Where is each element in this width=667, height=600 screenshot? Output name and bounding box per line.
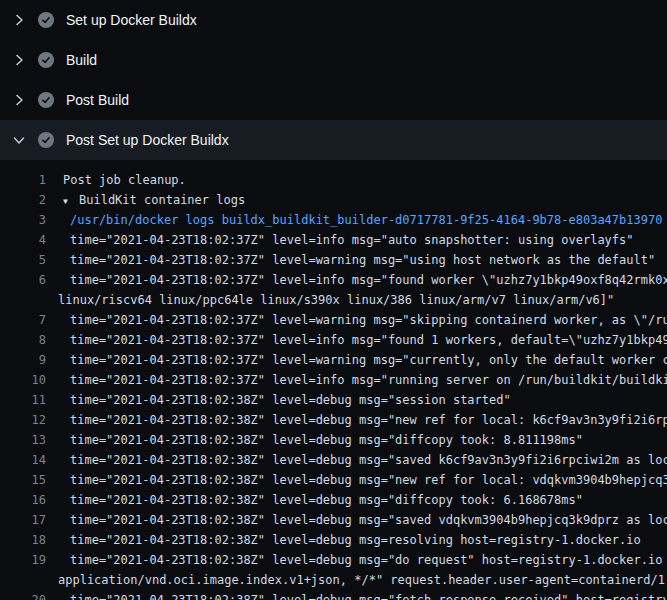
check-circle-icon [38, 12, 54, 28]
log-line-number[interactable]: 6 [0, 270, 46, 290]
log-line-text: ▼BuildKit container logs [46, 190, 245, 210]
step-title: Post Set up Docker Buildx [66, 130, 229, 150]
log-line: 10 time="2021-04-23T18:02:37Z" level=inf… [0, 370, 667, 390]
log-line-number[interactable]: 10 [0, 370, 46, 390]
log-line: 20 time="2021-04-23T18:02:38Z" level=deb… [0, 590, 667, 600]
log-line-number[interactable]: 18 [0, 530, 46, 550]
log-line-number[interactable]: 20 [0, 590, 46, 600]
log-line: 9 time="2021-04-23T18:02:37Z" level=warn… [0, 350, 667, 370]
log-line-text: linux/riscv64 linux/ppc64le linux/s390x … [46, 290, 614, 310]
log-line-text: /usr/bin/docker logs buildx_buildkit_bui… [46, 210, 662, 230]
log-line: linux/riscv64 linux/ppc64le linux/s390x … [0, 290, 667, 310]
log-line: 18 time="2021-04-23T18:02:38Z" level=deb… [0, 530, 667, 550]
log-line-text: time="2021-04-23T18:02:38Z" level=debug … [46, 530, 641, 550]
step-header[interactable]: Post Set up Docker Buildx [0, 120, 667, 160]
step-title: Post Build [66, 90, 129, 110]
log-line: 4 time="2021-04-23T18:02:37Z" level=info… [0, 230, 667, 250]
log-line-number[interactable]: 16 [0, 490, 46, 510]
log-line-number[interactable]: 12 [0, 410, 46, 430]
log-line: 12 time="2021-04-23T18:02:38Z" level=deb… [0, 410, 667, 430]
log-line-number[interactable]: 9 [0, 350, 46, 370]
log-line: 7 time="2021-04-23T18:02:37Z" level=warn… [0, 310, 667, 330]
log-line-number[interactable] [0, 570, 46, 590]
log-line: 8 time="2021-04-23T18:02:37Z" level=info… [0, 330, 667, 350]
step-header[interactable]: Build [0, 40, 667, 80]
check-circle-icon [38, 132, 54, 148]
log-line-number[interactable]: 1 [0, 170, 46, 190]
log-line-text: time="2021-04-23T18:02:37Z" level=warnin… [46, 350, 667, 370]
log-line-text: time="2021-04-23T18:02:38Z" level=debug … [46, 450, 667, 470]
group-toggle-icon[interactable]: ▼ [63, 192, 79, 210]
log-line: 13 time="2021-04-23T18:02:38Z" level=deb… [0, 430, 667, 450]
log-line-number[interactable]: 14 [0, 450, 46, 470]
log-line-text: time="2021-04-23T18:02:37Z" level=warnin… [46, 310, 667, 330]
log-line-number[interactable]: 2 [0, 190, 46, 210]
log-line: 6 time="2021-04-23T18:02:37Z" level=info… [0, 270, 667, 290]
log-line-number[interactable]: 7 [0, 310, 46, 330]
log-line-number[interactable]: 19 [0, 550, 46, 570]
log-line: 15 time="2021-04-23T18:02:38Z" level=deb… [0, 470, 667, 490]
chevron-down-icon[interactable] [10, 132, 28, 148]
log-line-number[interactable]: 17 [0, 510, 46, 530]
log-line: 17 time="2021-04-23T18:02:38Z" level=deb… [0, 510, 667, 530]
step-header[interactable]: Post Build [0, 80, 667, 120]
log-line-number[interactable]: 11 [0, 390, 46, 410]
log-line-text: time="2021-04-23T18:02:37Z" level=info m… [46, 270, 667, 290]
chevron-right-icon[interactable] [10, 12, 28, 28]
log-line: 11 time="2021-04-23T18:02:38Z" level=deb… [0, 390, 667, 410]
log-line: 2 ▼BuildKit container logs [0, 190, 667, 210]
steps-list: Set up Docker Buildx Build P [0, 0, 667, 160]
log-line-text: time="2021-04-23T18:02:37Z" level=warnin… [46, 250, 655, 270]
log-line-text: time="2021-04-23T18:02:37Z" level=info m… [46, 330, 667, 350]
log-line-text: Post job cleanup. [46, 170, 186, 190]
log-line-text: time="2021-04-23T18:02:38Z" level=debug … [46, 490, 583, 510]
chevron-right-icon[interactable] [10, 92, 28, 108]
log-line-number[interactable]: 13 [0, 430, 46, 450]
group-title[interactable]: BuildKit container logs [79, 193, 245, 207]
check-circle-icon [38, 92, 54, 108]
log-line-number[interactable]: 5 [0, 250, 46, 270]
log-line-text: time="2021-04-23T18:02:38Z" level=debug … [46, 550, 667, 570]
log-line-number[interactable]: 4 [0, 230, 46, 250]
log-line-text: time="2021-04-23T18:02:38Z" level=debug … [46, 410, 667, 430]
step-header[interactable]: Set up Docker Buildx [0, 0, 667, 40]
log-line: 5 time="2021-04-23T18:02:37Z" level=warn… [0, 250, 667, 270]
log-line-text: application/vnd.oci.image.index.v1+json,… [46, 570, 667, 590]
log-line-text: time="2021-04-23T18:02:38Z" level=debug … [46, 470, 667, 490]
log-line: application/vnd.oci.image.index.v1+json,… [0, 570, 667, 590]
log-line-number[interactable]: 15 [0, 470, 46, 490]
workflow-log-panel: Set up Docker Buildx Build P [0, 0, 667, 600]
log-line-number[interactable] [0, 290, 46, 310]
log-line: 1 Post job cleanup. [0, 170, 667, 190]
log-line-text: time="2021-04-23T18:02:38Z" level=debug … [46, 510, 667, 530]
log-line-number[interactable]: 3 [0, 210, 46, 230]
log-line-text: time="2021-04-23T18:02:38Z" level=debug … [46, 430, 583, 450]
log-line-text: time="2021-04-23T18:02:37Z" level=info m… [46, 230, 634, 250]
log-line: 19 time="2021-04-23T18:02:38Z" level=deb… [0, 550, 667, 570]
log-line: 14 time="2021-04-23T18:02:38Z" level=deb… [0, 450, 667, 470]
log-line: 3 /usr/bin/docker logs buildx_buildkit_b… [0, 210, 667, 230]
log-line-text: time="2021-04-23T18:02:37Z" level=info m… [46, 370, 667, 390]
chevron-right-icon[interactable] [10, 52, 28, 68]
log-line-number[interactable]: 8 [0, 330, 46, 350]
step-title: Set up Docker Buildx [66, 10, 197, 30]
log-line: 16 time="2021-04-23T18:02:38Z" level=deb… [0, 490, 667, 510]
step-title: Build [66, 50, 97, 70]
check-circle-icon [38, 52, 54, 68]
log-viewer: 1 Post job cleanup. 2 ▼BuildKit containe… [0, 160, 667, 600]
log-line-text: time="2021-04-23T18:02:38Z" level=debug … [46, 390, 511, 410]
log-line-text: time="2021-04-23T18:02:38Z" level=debug … [46, 590, 667, 600]
